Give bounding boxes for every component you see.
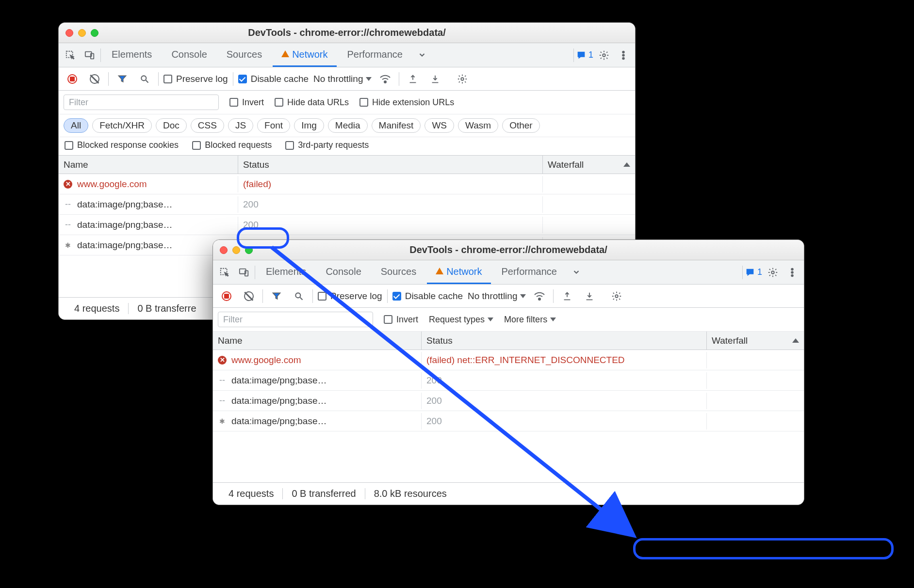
svg-point-15	[791, 271, 793, 273]
search-icon[interactable]	[290, 287, 308, 305]
clear-icon[interactable]	[240, 287, 258, 305]
inspect-icon[interactable]	[62, 47, 79, 64]
pill-manifest[interactable]: Manifest	[372, 118, 421, 133]
tab-network-label: Network	[446, 266, 482, 277]
close-window-icon[interactable]	[220, 246, 228, 254]
zoom-window-icon[interactable]	[245, 246, 253, 254]
filter-input[interactable]	[218, 312, 373, 327]
throttling-select[interactable]: No throttling	[468, 291, 526, 302]
col-waterfall[interactable]: Waterfall	[543, 156, 635, 174]
minimize-window-icon[interactable]	[232, 246, 240, 254]
tab-network[interactable]: Network	[273, 43, 336, 67]
search-icon[interactable]	[136, 70, 153, 88]
messages-badge[interactable]: 1	[576, 50, 593, 61]
table-row[interactable]: ✕www.google.com(failed) net::ERR_INTERNE…	[213, 350, 804, 370]
tab-sources[interactable]: Sources	[372, 260, 425, 284]
close-window-icon[interactable]	[65, 29, 73, 37]
request-types-select[interactable]: Request types	[429, 315, 493, 325]
zoom-window-icon[interactable]	[91, 29, 98, 37]
col-name[interactable]: Name	[213, 332, 422, 350]
col-waterfall[interactable]: Waterfall	[707, 332, 804, 350]
messages-badge[interactable]: 1	[745, 267, 762, 278]
cell-name: ✕www.google.com	[213, 352, 422, 368]
clear-icon[interactable]	[86, 70, 103, 88]
pill-other[interactable]: Other	[502, 118, 540, 133]
tab-sources[interactable]: Sources	[218, 43, 271, 67]
cell-waterfall	[707, 398, 804, 404]
network-conditions-icon[interactable]	[376, 70, 394, 88]
import-har-icon[interactable]	[404, 70, 422, 88]
highlight-failed-status-expanded	[633, 538, 894, 559]
throttling-select[interactable]: No throttling	[313, 74, 372, 84]
pill-img[interactable]: Img	[294, 118, 324, 133]
pill-css[interactable]: CSS	[191, 118, 224, 133]
tab-elements[interactable]: Elements	[257, 260, 315, 284]
device-toggle-icon[interactable]	[81, 47, 98, 64]
settings-icon[interactable]	[595, 47, 613, 64]
pill-all[interactable]: All	[64, 118, 88, 133]
disable-cache-checkbox[interactable]: Disable cache	[238, 74, 309, 84]
table-row[interactable]: --data:image/png;base…200	[213, 370, 804, 391]
tab-network[interactable]: Network	[427, 260, 490, 284]
col-name[interactable]: Name	[59, 156, 238, 174]
cell-name: --data:image/png;base…	[59, 196, 238, 213]
hide-extension-urls-checkbox[interactable]: Hide extension URLs	[359, 97, 454, 108]
invert-checkbox[interactable]: Invert	[384, 315, 418, 325]
preserve-log-checkbox[interactable]: Preserve log	[163, 74, 228, 84]
pill-ws[interactable]: WS	[424, 118, 454, 133]
preserve-log-checkbox[interactable]: Preserve log	[318, 291, 382, 302]
network-toolbar: Preserve log Disable cache No throttling	[213, 285, 804, 308]
network-settings-icon[interactable]	[608, 287, 625, 305]
col-status[interactable]: Status	[238, 156, 543, 174]
pill-media[interactable]: Media	[328, 118, 368, 133]
hide-data-urls-checkbox[interactable]: Hide data URLs	[275, 97, 349, 108]
disable-cache-checkbox[interactable]: Disable cache	[392, 291, 463, 302]
table-row[interactable]: --data:image/png;base…200	[59, 194, 635, 215]
kebab-menu-icon[interactable]	[615, 47, 632, 64]
more-tabs-icon[interactable]	[413, 47, 431, 64]
pill-font[interactable]: Font	[257, 118, 290, 133]
third-party-checkbox[interactable]: 3rd-party requests	[285, 140, 369, 150]
inspect-icon[interactable]	[216, 264, 233, 281]
blocked-cookies-checkbox[interactable]: Blocked response cookies	[65, 140, 179, 150]
export-har-icon[interactable]	[426, 70, 444, 88]
kebab-menu-icon[interactable]	[783, 264, 801, 281]
table-row[interactable]: ✕www.google.com(failed)	[59, 174, 635, 194]
pill-doc[interactable]: Doc	[156, 118, 187, 133]
more-filters-select[interactable]: More filters	[504, 315, 556, 325]
tab-elements[interactable]: Elements	[103, 43, 161, 67]
cell-status: 200	[238, 217, 543, 233]
network-settings-icon[interactable]	[454, 70, 471, 88]
tab-performance[interactable]: Performance	[339, 43, 412, 67]
svg-point-8	[384, 81, 386, 83]
pill-fetch-xhr[interactable]: Fetch/XHR	[92, 118, 152, 133]
network-conditions-icon[interactable]	[531, 287, 548, 305]
blocked-requests-checkbox[interactable]: Blocked requests	[192, 140, 272, 150]
filter-input[interactable]	[64, 95, 219, 110]
table-row[interactable]: ✱data:image/png;base…200	[213, 411, 804, 431]
cell-status: 200	[422, 413, 707, 429]
table-row[interactable]: --data:image/png;base…200	[213, 391, 804, 411]
filter-icon[interactable]	[268, 287, 285, 305]
import-har-icon[interactable]	[558, 287, 576, 305]
device-toggle-icon[interactable]	[235, 264, 253, 281]
minimize-window-icon[interactable]	[78, 29, 86, 37]
more-tabs-icon[interactable]	[568, 264, 585, 281]
invert-checkbox[interactable]: Invert	[229, 97, 264, 108]
pill-js[interactable]: JS	[228, 118, 253, 133]
tab-performance[interactable]: Performance	[493, 260, 566, 284]
settings-icon[interactable]	[764, 264, 782, 281]
throttling-label: No throttling	[313, 74, 363, 84]
tab-console[interactable]: Console	[317, 260, 370, 284]
pill-wasm[interactable]: Wasm	[458, 118, 498, 133]
table-row[interactable]: --data:image/png;base…200	[59, 215, 635, 235]
title-bar: DevTools - chrome-error://chromewebdata/	[59, 23, 635, 43]
col-status[interactable]: Status	[422, 332, 707, 350]
tab-console[interactable]: Console	[163, 43, 215, 67]
export-har-icon[interactable]	[581, 287, 598, 305]
filter-icon[interactable]	[114, 70, 131, 88]
table-body: ✕www.google.com(failed) net::ERR_INTERNE…	[213, 350, 804, 431]
filter-bar: Invert Hide data URLs Hide extension URL…	[59, 91, 635, 114]
record-icon[interactable]	[64, 70, 81, 88]
record-icon[interactable]	[218, 287, 235, 305]
